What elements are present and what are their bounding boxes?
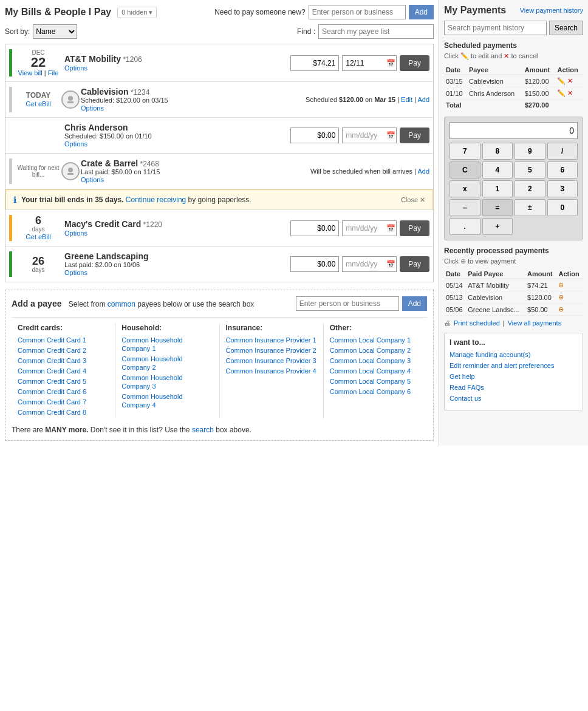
search-button[interactable]: Search: [549, 21, 583, 35]
calc-c[interactable]: C: [450, 162, 480, 179]
payee-link[interactable]: Common Local Company 5: [330, 378, 411, 385]
add-payee-top-button[interactable]: Add: [409, 5, 434, 19]
calendar-icon[interactable]: 📅: [386, 59, 395, 67]
list-item: Common Local Company 4: [330, 367, 421, 375]
payee-link[interactable]: Common Credit Card 1: [18, 336, 86, 344]
payee-link[interactable]: Common Household Company 3: [121, 374, 182, 390]
payee-link[interactable]: Common Credit Card 4: [18, 367, 86, 375]
delete-icon[interactable]: ✕: [567, 77, 573, 85]
payee-link[interactable]: Common Local Company 6: [330, 388, 411, 395]
calc-6[interactable]: 6: [547, 162, 578, 179]
calc-display[interactable]: [450, 122, 578, 139]
continue-receiving-link[interactable]: Continue receiving: [126, 196, 186, 204]
edit-scheduled-link[interactable]: Edit: [401, 96, 412, 103]
amount-input[interactable]: [290, 220, 339, 236]
add-payee-top-input[interactable]: [309, 5, 406, 19]
calc-9[interactable]: 9: [514, 143, 545, 160]
add-scheduled-link[interactable]: Add: [417, 96, 429, 103]
payee-link[interactable]: Common Local Company 3: [330, 357, 411, 364]
payee-link[interactable]: Common Credit Card 7: [18, 398, 86, 406]
options-link[interactable]: Options: [64, 230, 87, 237]
amount-input[interactable]: [290, 256, 339, 272]
payee-link[interactable]: Common Credit Card 3: [18, 357, 86, 364]
payee-link[interactable]: Common Insurance Provider 3: [226, 357, 316, 364]
pay-button[interactable]: Pay: [400, 256, 429, 272]
calc-multiply[interactable]: x: [450, 180, 480, 197]
add-payee-search-button[interactable]: Add: [402, 296, 427, 311]
view-payment-icon[interactable]: ⊕: [558, 281, 564, 288]
calc-8[interactable]: 8: [482, 143, 513, 160]
calc-1[interactable]: 1: [482, 180, 513, 197]
search-payment-input[interactable]: [444, 21, 547, 35]
payee-link[interactable]: Common Local Company 4: [330, 367, 411, 375]
pay-button[interactable]: Pay: [400, 55, 429, 71]
calc-plusminus[interactable]: ±: [514, 199, 545, 216]
view-payment-icon[interactable]: ⊕: [558, 293, 564, 301]
amount-input[interactable]: [290, 128, 339, 143]
calc-7[interactable]: 7: [450, 143, 480, 160]
calc-minus[interactable]: –: [450, 199, 480, 216]
read-faqs-link[interactable]: Read FAQs: [450, 384, 484, 391]
amount-input[interactable]: [290, 55, 339, 71]
manage-funding-link[interactable]: Manage funding account(s): [450, 351, 530, 358]
payee-link[interactable]: Common Credit Card 2: [18, 347, 86, 354]
view-payment-icon[interactable]: ⊕: [558, 305, 564, 313]
delete-icon[interactable]: ✕: [567, 89, 573, 97]
hidden-badge[interactable]: 0 hidden ▾: [117, 7, 157, 18]
payee-link[interactable]: Common Insurance Provider 4: [226, 367, 316, 375]
sort-by-select[interactable]: Name Due Date Amount: [33, 24, 77, 39]
payee-link[interactable]: Common Household Company 4: [121, 393, 182, 409]
calc-plus[interactable]: +: [482, 218, 513, 235]
payee-link[interactable]: Common Local Company 1: [330, 336, 411, 344]
options-link[interactable]: Options: [81, 176, 104, 183]
payee-link[interactable]: Common Household Company 1: [121, 336, 182, 352]
find-input[interactable]: [318, 24, 434, 39]
calc-4[interactable]: 4: [482, 162, 513, 179]
contact-us-link[interactable]: Contact us: [450, 395, 482, 402]
add-payee-search-input[interactable]: [296, 296, 399, 311]
add-schedule-link[interactable]: Add: [417, 168, 429, 175]
payee-link[interactable]: Common Insurance Provider 1: [226, 336, 316, 344]
view-history-link[interactable]: View payment history: [520, 7, 583, 14]
get-help-link[interactable]: Get help: [450, 373, 475, 380]
calendar-icon[interactable]: 📅: [386, 224, 395, 233]
calendar-icon[interactable]: 📅: [386, 131, 395, 140]
common-link[interactable]: common: [108, 300, 135, 308]
payee-link[interactable]: Common Household Company 2: [121, 355, 182, 371]
view-all-payments-link[interactable]: View all payments: [508, 319, 561, 327]
pay-button[interactable]: Pay: [400, 220, 429, 236]
calc-2[interactable]: 2: [514, 180, 545, 197]
calc-decimal[interactable]: .: [450, 218, 480, 235]
get-ebill-link[interactable]: Get eBill: [26, 233, 51, 240]
search-payment-bar: Search: [444, 21, 583, 35]
options-link[interactable]: Options: [64, 140, 87, 148]
get-ebill-link[interactable]: Get eBill: [26, 100, 51, 107]
date-block: TODAY Get eBill: [17, 91, 60, 108]
payee-link[interactable]: Common Credit Card 8: [18, 409, 86, 416]
print-scheduled-link[interactable]: Print scheduled: [454, 319, 500, 327]
calc-equals[interactable]: =: [482, 199, 513, 216]
payee-row: 26 days Greene Landscaping Last paid: $2…: [5, 247, 433, 282]
edit-reminders-link[interactable]: Edit reminder and alert preferences: [450, 362, 554, 369]
trial-close-button[interactable]: Close ✕: [401, 196, 425, 204]
calc-0[interactable]: 0: [547, 199, 578, 216]
options-link[interactable]: Options: [64, 64, 87, 72]
edit-icon[interactable]: ✏️: [557, 89, 566, 97]
options-link[interactable]: Options: [81, 104, 104, 112]
payee-info: Crate & Barrel *2468 Last paid: $50.00 o…: [81, 158, 298, 184]
calc-divide[interactable]: /: [547, 143, 578, 160]
payee-link[interactable]: Common Credit Card 6: [18, 388, 86, 395]
calc-3[interactable]: 3: [547, 180, 578, 197]
payee-link[interactable]: Common Credit Card 5: [18, 378, 86, 385]
file-link[interactable]: File: [48, 69, 59, 77]
date-block: Waiting for next bill...: [17, 165, 60, 178]
edit-icon[interactable]: ✏️: [557, 77, 566, 85]
search-link[interactable]: search: [192, 426, 214, 434]
options-link[interactable]: Options: [64, 269, 87, 276]
calendar-icon[interactable]: 📅: [386, 260, 395, 268]
payee-link[interactable]: Common Insurance Provider 2: [226, 347, 316, 354]
pay-button[interactable]: Pay: [400, 128, 429, 143]
calc-5[interactable]: 5: [514, 162, 545, 179]
view-bill-link[interactable]: View bill: [18, 69, 43, 77]
payee-link[interactable]: Common Local Company 2: [330, 347, 411, 354]
